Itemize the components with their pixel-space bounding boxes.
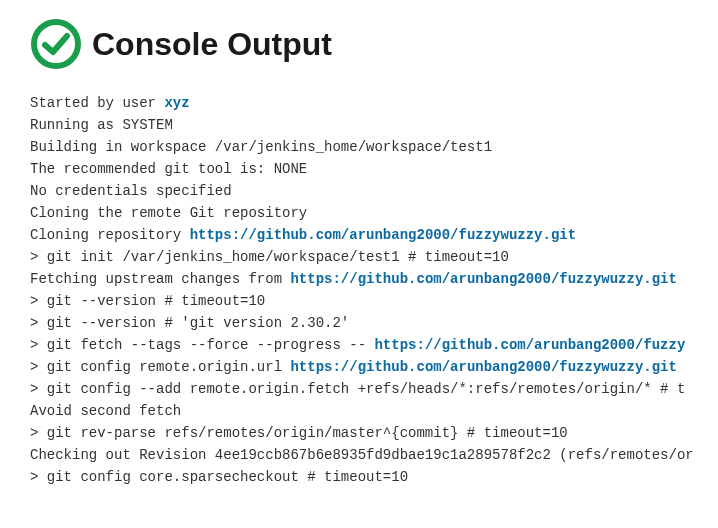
log-line: Cloning the remote Git repository (30, 202, 718, 224)
log-line: No credentials specified (30, 180, 718, 202)
console-log: Started by user xyz Running as SYSTEM Bu… (30, 92, 718, 488)
log-text: Fetching upstream changes from (30, 271, 290, 287)
log-line: Started by user xyz (30, 92, 718, 114)
log-text: > git config remote.origin.url (30, 359, 290, 375)
log-line: Checking out Revision 4ee19ccb867b6e8935… (30, 444, 718, 466)
log-line: > git config core.sparsecheckout # timeo… (30, 466, 718, 488)
console-output-page: Console Output Started by user xyz Runni… (0, 0, 718, 528)
log-line: Running as SYSTEM (30, 114, 718, 136)
log-line: Building in workspace /var/jenkins_home/… (30, 136, 718, 158)
log-line: The recommended git tool is: NONE (30, 158, 718, 180)
log-line: > git fetch --tags --force --progress --… (30, 334, 718, 356)
svg-point-0 (34, 22, 78, 66)
repo-link[interactable]: https://github.com/arunbang2000/fuzzy (374, 337, 685, 353)
repo-link[interactable]: https://github.com/arunbang2000/fuzzywuz… (290, 359, 676, 375)
log-line: > git init /var/jenkins_home/workspace/t… (30, 246, 718, 268)
log-line: > git config --add remote.origin.fetch +… (30, 378, 718, 400)
log-line: > git config remote.origin.url https://g… (30, 356, 718, 378)
log-text: Cloning repository (30, 227, 190, 243)
log-text: > git fetch --tags --force --progress -- (30, 337, 374, 353)
page-header: Console Output (30, 18, 718, 70)
log-line: Avoid second fetch (30, 400, 718, 422)
success-check-icon (30, 18, 82, 70)
log-text: Started by user (30, 95, 164, 111)
repo-link[interactable]: https://github.com/arunbang2000/fuzzywuz… (190, 227, 576, 243)
log-line: Fetching upstream changes from https://g… (30, 268, 718, 290)
log-line: > git rev-parse refs/remotes/origin/mast… (30, 422, 718, 444)
page-title: Console Output (92, 26, 332, 63)
repo-link[interactable]: https://github.com/arunbang2000/fuzzywuz… (290, 271, 676, 287)
user-link[interactable]: xyz (164, 95, 189, 111)
log-line: > git --version # 'git version 2.30.2' (30, 312, 718, 334)
log-line: > git --version # timeout=10 (30, 290, 718, 312)
log-line: Cloning repository https://github.com/ar… (30, 224, 718, 246)
